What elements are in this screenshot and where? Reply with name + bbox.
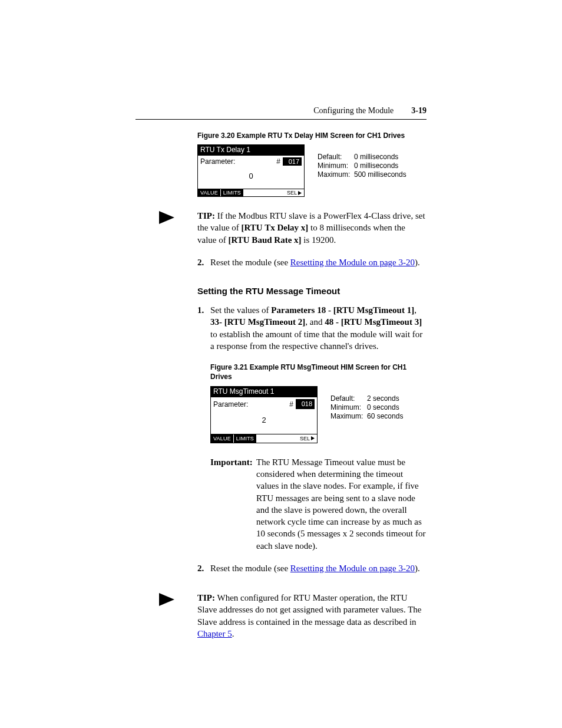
him-sel: SEL [285,189,304,196]
tip-label: TIP: [197,211,215,220]
page-header: Configuring the Module 3-19 [135,106,427,120]
tip-block-2: TIP: When configured for RTU Master oper… [197,592,427,640]
triangle-right-icon [311,436,315,440]
tip-label: TIP: [197,593,215,602]
him-block-1: RTU Tx Delay 1 Parameter: # 017 0 VALUE … [197,144,427,197]
him-title: RTU Tx Delay 1 [198,145,304,156]
important-label: Important: [210,456,256,552]
list-item: Reset the module (see Resetting the Modu… [197,256,427,268]
list-item: Reset the module (see Resetting the Modu… [197,562,427,574]
important-block: Important: The RTU Message Timeout value… [210,456,427,552]
tip-arrow-icon [159,593,174,608]
tip-block-1: TIP: If the Modbus RTU slave is a PowerF… [197,210,427,246]
him-meta-1: Default:0 milliseconds Minimum:0 millise… [318,144,406,197]
him-button-value: VALUE [211,434,233,443]
important-text: The RTU Message Timeout value must be co… [256,456,427,552]
figure-caption-3-20: Figure 3.20 Example RTU Tx Delay HIM Scr… [197,131,427,140]
him-sel: SEL [297,434,317,443]
him-meta-2: Default:2 seconds Minimum:0 seconds Maxi… [330,386,403,443]
him-button-limits: LIMITS [234,434,256,443]
him-screen-msgtimeout: RTU MsgTimeout 1 Parameter: # 018 2 VALU… [210,386,318,443]
step-list-a: Reset the module (see Resetting the Modu… [197,256,427,268]
list-item: Set the values of Parameters 18 - [RTU M… [197,304,427,552]
him-param-label: Parameter: [200,157,276,166]
tip-arrow-icon [159,211,174,226]
svg-marker-2 [311,436,315,440]
svg-marker-0 [298,191,302,195]
link-resetting-module-a[interactable]: Resetting the Module on page 3-20 [290,258,415,267]
header-page-number: 3-19 [411,106,427,116]
link-resetting-module-b[interactable]: Resetting the Module on page 3-20 [290,564,415,573]
him-param-hash: # [276,157,280,166]
figure-caption-3-21: Figure 3.21 Example RTU MsgTimeout HIM S… [210,363,427,381]
him-value: 0 [198,166,304,189]
him-title: RTU MsgTimeout 1 [211,387,317,397]
step-list-b: Set the values of Parameters 18 - [RTU M… [197,304,427,574]
header-section: Configuring the Module [313,106,394,116]
him-param-number: 018 [296,399,315,409]
him-param-hash: # [289,400,293,409]
svg-marker-1 [159,211,174,224]
svg-marker-3 [159,593,174,606]
him-screen-tx-delay: RTU Tx Delay 1 Parameter: # 017 0 VALUE … [197,144,305,197]
him-value: 2 [211,409,317,434]
him-button-limits: LIMITS [221,189,243,196]
him-button-value: VALUE [198,189,220,196]
him-param-number: 017 [283,157,302,166]
him-block-2: RTU MsgTimeout 1 Parameter: # 018 2 VALU… [210,386,427,443]
link-chapter-5[interactable]: Chapter 5 [197,629,232,638]
triangle-right-icon [298,191,302,195]
him-param-label: Parameter: [213,400,289,409]
section-heading-rtu-timeout: Setting the RTU Message Timeout [197,286,427,296]
